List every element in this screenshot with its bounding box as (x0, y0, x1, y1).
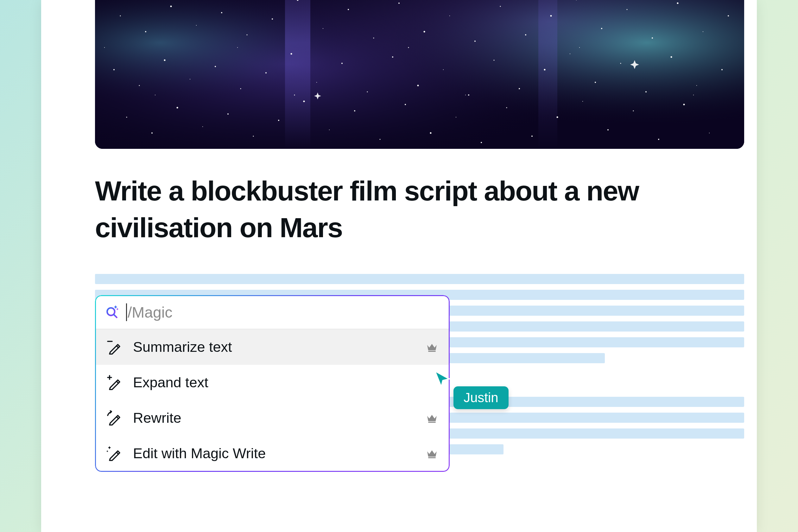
menu-item-label: Edit with Magic Write (133, 445, 414, 462)
svg-rect-132 (428, 457, 435, 458)
svg-point-87 (202, 126, 203, 127)
svg-point-51 (550, 15, 552, 17)
svg-point-62 (190, 79, 190, 79)
svg-point-80 (645, 91, 647, 93)
svg-point-70 (392, 56, 393, 58)
svg-point-77 (570, 54, 570, 54)
svg-point-115 (408, 47, 409, 48)
svg-point-66 (291, 53, 292, 55)
svg-point-98 (481, 142, 482, 143)
svg-point-40 (272, 18, 273, 20)
collaborator-badge: Justin (454, 386, 509, 409)
pencil-cycle-icon (107, 411, 121, 425)
svg-point-53 (601, 28, 602, 29)
svg-point-96 (430, 132, 432, 134)
svg-point-84 (126, 117, 127, 118)
svg-point-57 (703, 31, 703, 32)
menu-item-expand[interactable]: Expand text (96, 365, 449, 400)
svg-point-68 (341, 63, 343, 64)
svg-point-42 (323, 28, 323, 29)
svg-point-100 (531, 135, 533, 137)
svg-point-99 (506, 107, 507, 108)
svg-point-118 (579, 47, 580, 48)
svg-point-116 (465, 95, 466, 95)
svg-point-38 (221, 12, 222, 13)
svg-point-56 (677, 2, 679, 4)
svg-point-79 (620, 63, 621, 64)
svg-point-47 (449, 16, 450, 16)
svg-rect-125 (428, 351, 435, 352)
svg-point-73 (468, 94, 469, 96)
svg-point-71 (417, 85, 419, 87)
svg-point-65 (265, 72, 267, 74)
document-heading[interactable]: Write a blockbuster film script about a … (95, 173, 697, 246)
svg-point-63 (215, 66, 216, 67)
svg-point-120 (693, 95, 694, 95)
svg-rect-130 (428, 422, 435, 423)
svg-point-75 (519, 88, 520, 89)
svg-rect-4 (95, 0, 744, 149)
svg-point-59 (113, 69, 115, 70)
svg-point-103 (607, 129, 609, 131)
svg-line-128 (116, 381, 118, 383)
svg-point-89 (253, 136, 254, 137)
svg-point-44 (373, 38, 374, 39)
svg-point-105 (658, 139, 659, 140)
collaborator-cursor-icon (433, 368, 452, 387)
menu-item-magic-write[interactable]: Edit with Magic Write (96, 436, 449, 471)
menu-item-summarize[interactable]: Summarize text (96, 329, 449, 365)
crown-icon (425, 447, 438, 460)
svg-point-113 (294, 95, 295, 96)
svg-point-107 (709, 133, 710, 133)
svg-point-54 (627, 9, 628, 10)
svg-point-91 (303, 101, 305, 102)
svg-point-85 (151, 132, 153, 134)
svg-point-92 (329, 130, 330, 130)
svg-rect-5 (285, 0, 310, 149)
svg-point-72 (443, 69, 444, 70)
svg-line-124 (116, 346, 118, 348)
svg-point-78 (595, 82, 596, 83)
svg-point-46 (424, 31, 425, 33)
menu-item-label: Expand text (133, 374, 438, 391)
svg-point-74 (494, 60, 495, 61)
svg-point-49 (500, 6, 501, 7)
magic-search-input[interactable]: /Magic (126, 303, 439, 321)
svg-point-95 (405, 104, 406, 105)
svg-point-69 (367, 92, 368, 93)
text-line (95, 274, 744, 284)
svg-point-36 (170, 6, 172, 7)
svg-point-43 (348, 9, 349, 10)
svg-rect-6 (538, 0, 557, 149)
magic-menu-popover: /Magic Summarize text (95, 295, 450, 472)
svg-point-108 (104, 47, 105, 48)
svg-point-58 (728, 15, 729, 17)
magic-search-row[interactable]: /Magic (96, 296, 449, 329)
crown-icon (425, 412, 438, 424)
svg-point-35 (145, 31, 146, 32)
svg-point-97 (456, 117, 456, 117)
svg-point-83 (721, 69, 723, 70)
svg-point-106 (683, 104, 685, 106)
pencil-sparkle-icon (107, 446, 121, 461)
svg-point-50 (525, 34, 526, 36)
menu-item-rewrite[interactable]: Rewrite (96, 400, 449, 436)
svg-line-131 (116, 452, 118, 454)
svg-point-37 (196, 25, 197, 26)
svg-point-81 (671, 56, 672, 58)
svg-point-55 (652, 37, 653, 39)
svg-point-34 (120, 16, 121, 17)
document-page: Write a blockbuster film script about a … (41, 0, 757, 532)
svg-point-93 (354, 110, 355, 112)
svg-line-122 (114, 315, 117, 317)
hero-image (95, 0, 744, 149)
menu-item-label: Rewrite (133, 410, 414, 426)
svg-point-94 (380, 139, 381, 140)
text-cursor (126, 303, 127, 321)
svg-point-101 (557, 116, 558, 118)
svg-point-82 (696, 85, 697, 86)
svg-line-129 (116, 417, 118, 419)
svg-point-61 (164, 59, 166, 61)
svg-point-110 (155, 95, 155, 95)
crown-icon (425, 341, 438, 354)
